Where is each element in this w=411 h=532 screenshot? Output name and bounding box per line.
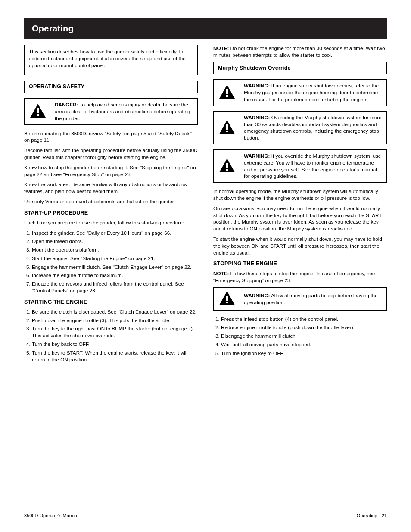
- danger-keyword: DANGER:: [55, 102, 78, 107]
- engine-steps: Be sure the clutch is disengaged. See "C…: [32, 308, 198, 363]
- murphy-p1: In normal operating mode, the Murphy shu…: [213, 188, 387, 202]
- warning-text-cell: WARNING: If you override the Murphy shut…: [240, 150, 387, 183]
- list-item: Engage the conveyors and infeed rollers …: [32, 280, 198, 294]
- alert-icon-cell: [214, 150, 240, 183]
- warning-callout-2: WARNING: Overriding the Murphy shutdown …: [213, 111, 387, 144]
- svg-rect-3: [226, 95, 228, 97]
- list-item: Open the infeed doors.: [32, 238, 198, 245]
- svg-rect-4: [226, 124, 228, 130]
- warning-keyword: WARNING:: [244, 292, 270, 298]
- list-item: Increase the engine throttle to maximum.: [32, 272, 198, 279]
- left-column: This section describes how to use the gr…: [24, 45, 198, 365]
- svg-rect-1: [37, 114, 39, 116]
- note-2: NOTE: Follow these steps to stop the eng…: [213, 270, 387, 284]
- note-kw: NOTE:: [213, 45, 229, 51]
- safety-p1: Before operating the 3500D, review "Safe…: [24, 130, 198, 144]
- list-item: Be sure the clutch is disengaged. See "C…: [32, 308, 198, 315]
- list-item: Start the engine. See "Starting the Engi…: [32, 255, 198, 262]
- intro-text: This section describes how to use the gr…: [29, 48, 193, 68]
- safety-p4: Know the work area. Become familiar with…: [24, 181, 198, 195]
- safety-p2: Become familiar with the operating proce…: [24, 147, 198, 161]
- svg-rect-8: [226, 296, 228, 301]
- note-text: Follow these steps to stop the engine. I…: [213, 271, 375, 283]
- stop-steps: Press the infeed stop button (4) on the …: [221, 316, 387, 357]
- list-item: Wait until all moving parts have stopped…: [221, 341, 387, 348]
- alert-icon: [29, 103, 47, 118]
- startup-lead: Each time you prepare to use the grinder…: [24, 219, 198, 226]
- note-kw: NOTE:: [213, 271, 229, 276]
- note-text: Do not crank the engine for more than 30…: [213, 45, 385, 58]
- svg-rect-6: [226, 163, 228, 168]
- list-item: Push down the engine throttle (3). This …: [32, 317, 198, 324]
- safety-p5: Use only Vermeer-approved attachments an…: [24, 198, 198, 205]
- warning-text-cell: WARNING: Allow all moving parts to stop …: [240, 287, 387, 310]
- footer-left: 3500D Operator's Manual: [24, 513, 78, 519]
- startup-steps: Inspect the grinder. See "Daily or Every…: [32, 230, 198, 294]
- warning-keyword: WARNING:: [244, 153, 270, 159]
- murphy-p2: On rare occasions, you may need to run t…: [213, 205, 387, 232]
- warning-callout-4: WARNING: Allow all moving parts to stop …: [213, 287, 387, 311]
- danger-callout: DANGER: To help avoid serious injury or …: [24, 98, 198, 124]
- svg-rect-9: [226, 302, 228, 303]
- danger-text-cell: DANGER: To help avoid serious injury or …: [51, 99, 198, 124]
- murphy-p3: To start the engine when it would normal…: [213, 236, 387, 256]
- list-item: Reduce engine throttle to idle (push dow…: [221, 324, 387, 331]
- list-item: Turn the key back to OFF.: [32, 341, 198, 348]
- right-column: NOTE: Do not crank the engine for more t…: [213, 45, 387, 365]
- operating-safety-title: OPERATING SAFETY: [29, 84, 84, 90]
- list-item: Inspect the grinder. See "Daily or Every…: [32, 230, 198, 236]
- note-1: NOTE: Do not crank the engine for more t…: [213, 45, 387, 59]
- alert-icon: [218, 84, 236, 100]
- list-item: Disengage the hammermill clutch.: [221, 333, 387, 339]
- alert-icon-cell: [214, 111, 240, 144]
- list-item: Turn the ignition key to OFF.: [221, 350, 387, 357]
- startup-title: START-UP PROCEDURE: [24, 209, 198, 217]
- murphy-title: Murphy Shutdown Override: [218, 65, 291, 71]
- list-item: Mount the operator's platform.: [32, 246, 198, 253]
- svg-rect-5: [226, 131, 228, 132]
- alert-icon-cell: [25, 99, 51, 124]
- page-footer: 3500D Operator's Manual Operating - 21: [24, 510, 387, 519]
- list-item: Press the infeed stop button (4) on the …: [221, 316, 387, 323]
- warning-text-cell: WARNING: Overriding the Murphy shutdown …: [240, 111, 387, 144]
- intro-box: This section describes how to use the gr…: [24, 45, 198, 75]
- safety-p3: Know how to stop the grinder before star…: [24, 164, 198, 178]
- alert-icon: [218, 158, 236, 173]
- warning-keyword: WARNING:: [244, 83, 270, 88]
- section-banner: Operating: [24, 18, 387, 39]
- svg-rect-7: [226, 169, 228, 171]
- alert-icon-cell: [214, 80, 240, 106]
- svg-rect-2: [226, 89, 228, 94]
- operating-safety-heading: OPERATING SAFETY: [24, 81, 198, 93]
- svg-rect-0: [37, 108, 39, 113]
- alert-icon: [218, 119, 236, 135]
- alert-icon-cell: [214, 287, 240, 310]
- footer-right: Operating - 21: [357, 513, 387, 519]
- list-item: Turn the key to the right past ON to BUM…: [32, 325, 198, 339]
- banner-title: Operating: [32, 23, 379, 34]
- list-item: Turn the key to START. When the engine s…: [32, 349, 198, 363]
- warning-callout-1: WARNING: If an engine safety shutdown oc…: [213, 79, 387, 106]
- alert-icon: [218, 290, 236, 306]
- list-item: Engage the hammermill clutch. See "Clutc…: [32, 264, 198, 271]
- warning-callout-3: WARNING: If you override the Murphy shut…: [213, 149, 387, 183]
- stop-title: STOPPING THE ENGINE: [213, 260, 387, 268]
- warning-text-cell: WARNING: If an engine safety shutdown oc…: [240, 80, 387, 106]
- warning-keyword: WARNING:: [244, 115, 270, 120]
- murphy-heading: Murphy Shutdown Override: [213, 62, 387, 75]
- engine-title: STARTING THE ENGINE: [24, 299, 198, 306]
